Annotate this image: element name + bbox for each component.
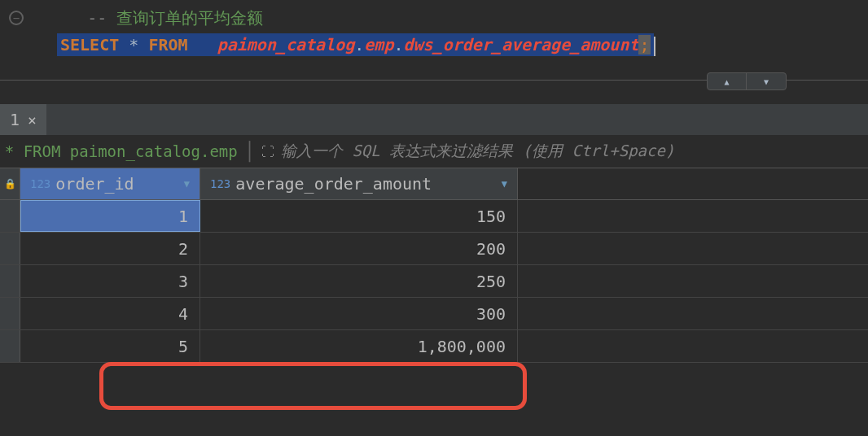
results-tab-bar: 1 × — [0, 104, 868, 135]
table-header-row: 🔒 123 order_id ▼ 123 average_order_amoun… — [0, 168, 868, 200]
table-row[interactable]: 2 200 — [0, 233, 868, 265]
table-row[interactable]: 5 1,800,000 — [0, 330, 868, 363]
cell-average-order-amount[interactable]: 1,800,000 — [200, 330, 518, 362]
code-line-comment[interactable]: − -- 查询订单的平均金额 — [0, 4, 868, 32]
editor-caret — [654, 37, 655, 56]
collapse-gutter-icon[interactable]: − — [4, 11, 28, 25]
row-gutter[interactable] — [0, 330, 20, 362]
close-icon[interactable]: × — [28, 111, 37, 129]
type-badge-numeric: 123 — [30, 177, 50, 190]
filter-divider: │ — [244, 142, 255, 162]
lock-icon: 🔒 — [4, 178, 16, 190]
results-grid: 🔒 123 order_id ▼ 123 average_order_amoun… — [0, 168, 868, 363]
panel-separator[interactable]: ▲ ▼ — [0, 80, 868, 104]
comment-dashes: -- — [87, 8, 116, 28]
table-row[interactable]: 1 150 — [0, 200, 868, 233]
table-row[interactable]: 4 300 — [0, 298, 868, 330]
comment-text: 查询订单的平均金额 — [116, 8, 263, 28]
row-gutter[interactable] — [0, 233, 20, 264]
sql-editor[interactable]: − -- 查询订单的平均金额 SELECT * FROM paimon_cata… — [0, 0, 868, 59]
sql-table: dws_order_average_amount — [403, 35, 638, 54]
filter-bar: ECT * FROM paimon_catalog.emp │ ⛶ 输入一个 S… — [0, 135, 868, 168]
expand-icon[interactable]: ⛶ — [261, 144, 274, 159]
sql-schema: emp — [364, 35, 393, 54]
row-gutter[interactable] — [0, 298, 20, 329]
code-line-sql[interactable]: SELECT * FROM paimon_catalog.emp.dws_ord… — [0, 32, 868, 59]
cell-average-order-amount[interactable]: 200 — [200, 233, 518, 264]
row-gutter[interactable] — [0, 200, 20, 232]
panel-nav-buttons: ▲ ▼ — [707, 72, 787, 90]
type-badge-numeric: 123 — [210, 177, 230, 190]
sql-semicolon: ; — [638, 35, 650, 54]
row-header-lock[interactable]: 🔒 — [0, 168, 20, 199]
funnel-icon[interactable]: ▼ — [502, 178, 507, 190]
cell-order-id[interactable]: 5 — [20, 330, 200, 362]
cell-order-id[interactable]: 4 — [20, 298, 200, 329]
keyword-select: SELECT — [60, 35, 119, 54]
cell-order-id[interactable]: 3 — [20, 265, 200, 297]
cell-average-order-amount[interactable]: 250 — [200, 265, 518, 297]
cell-average-order-amount[interactable]: 300 — [200, 298, 518, 329]
row-gutter[interactable] — [0, 265, 20, 297]
column-header-order-id[interactable]: 123 order_id ▼ — [20, 168, 200, 199]
table-row[interactable]: 3 250 — [0, 265, 868, 298]
sql-asterisk: * — [129, 35, 138, 54]
annotation-highlight-box — [99, 362, 527, 410]
column-name: average_order_amount — [235, 174, 432, 194]
nav-down-button[interactable]: ▼ — [747, 73, 786, 89]
cell-order-id[interactable]: 1 — [20, 200, 200, 232]
cell-average-order-amount[interactable]: 150 — [200, 200, 518, 232]
column-name: order_id — [55, 174, 134, 194]
column-header-average-order-amount[interactable]: 123 average_order_amount ▼ — [200, 168, 518, 199]
query-context-text: ECT * FROM paimon_catalog.emp — [0, 142, 238, 160]
funnel-icon[interactable]: ▼ — [184, 178, 190, 190]
sql-catalog: paimon_catalog — [217, 35, 355, 54]
tab-label: 1 — [10, 110, 20, 129]
cell-order-id[interactable]: 2 — [20, 233, 200, 264]
result-tab-1[interactable]: 1 × — [0, 104, 46, 135]
nav-up-button[interactable]: ▲ — [708, 73, 747, 89]
keyword-from: FROM — [148, 35, 187, 54]
filter-input[interactable]: 输入一个 SQL 表达式来过滤结果 (使用 Ctrl+Space) — [281, 141, 674, 162]
